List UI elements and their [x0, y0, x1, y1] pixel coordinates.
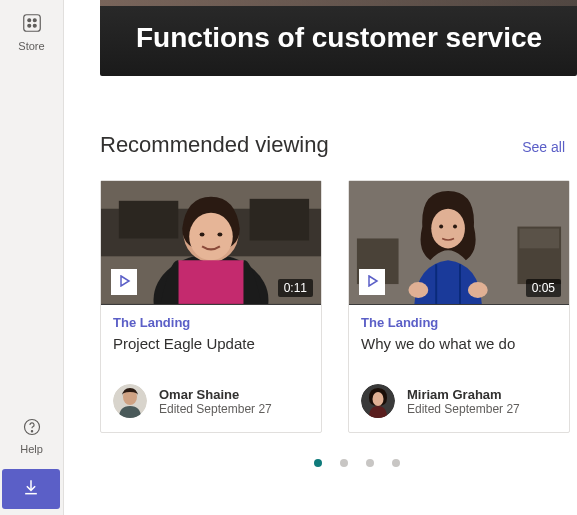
- svg-point-13: [189, 213, 233, 261]
- section-title: Recommended viewing: [100, 132, 329, 158]
- play-icon: [117, 273, 131, 291]
- main-content: Functions of customer service Recommende…: [64, 0, 577, 515]
- cards-row: 0:11 The Landing Project Eagle Update: [100, 180, 577, 433]
- pagination-dot[interactable]: [340, 459, 348, 467]
- author-name: Omar Shaine: [159, 387, 272, 402]
- edited-date: Edited September 27: [159, 402, 272, 416]
- svg-point-27: [468, 282, 488, 298]
- svg-point-3: [27, 24, 30, 27]
- card-body: The Landing Why we do what we do Miriam …: [349, 305, 569, 432]
- video-card[interactable]: 0:05 The Landing Why we do what we do: [348, 180, 570, 433]
- download-icon: [21, 477, 41, 501]
- avatar: [113, 384, 147, 418]
- svg-point-28: [439, 225, 443, 229]
- pagination-dot[interactable]: [314, 459, 322, 467]
- pagination-dot[interactable]: [366, 459, 374, 467]
- author-row: Miriam Graham Edited September 27: [361, 384, 557, 418]
- svg-point-16: [217, 233, 222, 237]
- hero-banner[interactable]: Functions of customer service: [100, 0, 577, 76]
- svg-point-4: [33, 24, 36, 27]
- video-category[interactable]: The Landing: [361, 315, 557, 330]
- svg-point-26: [408, 282, 428, 298]
- recommended-section: Recommended viewing See all: [100, 132, 577, 467]
- video-title: Project Eagle Update: [113, 334, 309, 372]
- store-icon: [21, 12, 43, 38]
- video-category[interactable]: The Landing: [113, 315, 309, 330]
- pagination-dot[interactable]: [392, 459, 400, 467]
- svg-rect-10: [250, 199, 309, 241]
- sidebar-item-help[interactable]: Help: [0, 411, 63, 461]
- help-icon: [22, 417, 42, 441]
- sidebar-store-label: Store: [18, 40, 44, 52]
- svg-rect-9: [119, 201, 178, 239]
- download-button[interactable]: [2, 469, 60, 509]
- play-icon: [365, 273, 379, 291]
- author-meta: Omar Shaine Edited September 27: [159, 387, 272, 416]
- card-body: The Landing Project Eagle Update Omar Sh…: [101, 305, 321, 432]
- author-name: Miriam Graham: [407, 387, 520, 402]
- svg-point-32: [373, 392, 384, 406]
- pagination-dots: [136, 459, 577, 467]
- video-card[interactable]: 0:11 The Landing Project Eagle Update: [100, 180, 322, 433]
- play-button[interactable]: [111, 269, 137, 295]
- sidebar-help-label: Help: [20, 443, 43, 455]
- svg-point-1: [27, 19, 30, 22]
- video-thumbnail[interactable]: 0:05: [349, 181, 569, 305]
- section-header: Recommended viewing See all: [100, 132, 577, 158]
- sidebar: Store Help: [0, 0, 64, 515]
- svg-point-15: [200, 233, 205, 237]
- avatar: [361, 384, 395, 418]
- video-title: Why we do what we do: [361, 334, 557, 372]
- svg-rect-23: [519, 229, 559, 249]
- author-meta: Miriam Graham Edited September 27: [407, 387, 520, 416]
- svg-point-2: [33, 19, 36, 22]
- edited-date: Edited September 27: [407, 402, 520, 416]
- video-duration: 0:11: [278, 279, 313, 297]
- svg-point-6: [31, 431, 32, 432]
- svg-point-25: [431, 209, 465, 249]
- svg-point-29: [453, 225, 457, 229]
- hero-title: Functions of customer service: [136, 22, 542, 54]
- svg-rect-14: [178, 260, 243, 304]
- video-duration: 0:05: [526, 279, 561, 297]
- author-row: Omar Shaine Edited September 27: [113, 384, 309, 418]
- play-button[interactable]: [359, 269, 385, 295]
- see-all-link[interactable]: See all: [522, 139, 565, 155]
- video-thumbnail[interactable]: 0:11: [101, 181, 321, 305]
- svg-rect-0: [23, 15, 40, 32]
- sidebar-item-store[interactable]: Store: [0, 6, 63, 58]
